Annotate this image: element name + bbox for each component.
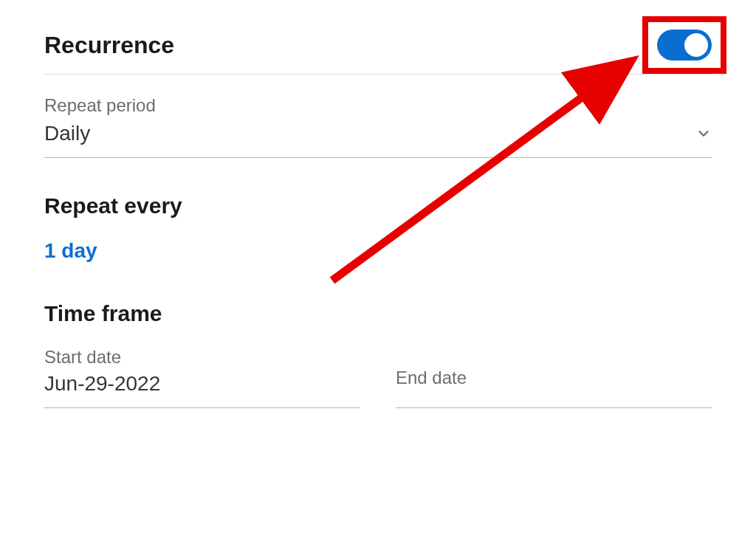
- annotation-arrow: [317, 44, 657, 295]
- time-frame-fields: Start date Jun-29-2022 End date: [44, 347, 712, 408]
- end-date-label: End date: [396, 368, 712, 388]
- recurrence-toggle-wrapper: [657, 30, 712, 61]
- toggle-knob: [684, 33, 708, 57]
- end-date-field[interactable]: End date: [396, 347, 712, 408]
- start-date-field[interactable]: Start date Jun-29-2022: [44, 347, 360, 408]
- time-frame-title: Time frame: [44, 301, 712, 326]
- repeat-every-title: Repeat every: [44, 193, 712, 218]
- chevron-down-icon: [695, 125, 712, 142]
- recurrence-toggle[interactable]: [657, 30, 712, 61]
- repeat-period-value: Daily: [44, 122, 90, 145]
- repeat-every-value[interactable]: 1 day: [44, 239, 97, 263]
- start-date-value: Jun-29-2022: [44, 372, 360, 397]
- start-date-label: Start date: [44, 347, 360, 368]
- recurrence-title: Recurrence: [44, 32, 174, 59]
- recurrence-header: Recurrence: [44, 30, 712, 75]
- repeat-period-field: Repeat period Daily: [44, 95, 712, 158]
- repeat-period-label: Repeat period: [44, 95, 712, 116]
- repeat-period-dropdown[interactable]: Daily: [44, 122, 712, 158]
